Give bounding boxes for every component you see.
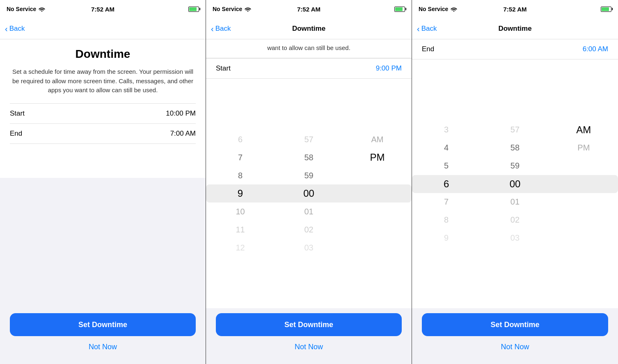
start-value-1: 10:00 PM <box>166 109 196 118</box>
battery-icon-2 <box>394 7 405 12</box>
status-time-1: 7:52 AM <box>91 6 114 13</box>
wifi-icon-2 <box>245 7 251 11</box>
bottom-area-3: Set Downtime Not Now <box>412 308 618 364</box>
min-57-3[interactable]: 57 <box>481 121 549 139</box>
panel1-main: Downtime Set a schedule for time away fr… <box>0 39 206 178</box>
set-downtime-button-3[interactable]: Set Downtime <box>422 313 608 336</box>
no-service-label-3: No Service <box>419 6 448 12</box>
min-59[interactable]: 59 <box>275 166 343 184</box>
content-area-1: Downtime Set a schedule for time away fr… <box>0 39 206 308</box>
divider-1c <box>10 143 196 144</box>
min-59-3[interactable]: 59 <box>481 157 549 175</box>
ampm-pm-3[interactable]: PM <box>549 139 618 157</box>
min-57[interactable]: 57 <box>275 130 343 148</box>
hour-7-3[interactable]: 7 <box>412 193 481 211</box>
time-picker-2[interactable]: 6 7 8 9 10 11 12 57 58 59 00 01 02 <box>206 79 412 308</box>
chevron-left-icon-2: ‹ <box>211 25 214 33</box>
panel-2: No Service 7:52 AM ‹ Back Downtime want … <box>206 0 412 364</box>
downtime-heading-1: Downtime <box>10 48 196 61</box>
chevron-left-icon-3: ‹ <box>417 25 420 33</box>
min-01-3[interactable]: 01 <box>481 193 549 211</box>
picker-wheel-2: 6 7 8 9 10 11 12 57 58 59 00 01 02 <box>206 130 412 257</box>
back-button-2[interactable]: ‹ Back <box>211 25 231 33</box>
nav-title-3: Downtime <box>498 25 531 33</box>
minutes-column-2[interactable]: 57 58 59 00 01 02 03 <box>275 130 343 257</box>
hour-5[interactable]: 5 <box>412 157 481 175</box>
back-label-2[interactable]: Back <box>215 25 231 33</box>
ampm-am-selected-3[interactable]: AM <box>549 121 618 139</box>
min-03[interactable]: 03 <box>275 239 343 257</box>
status-bar-2: No Service 7:52 AM <box>206 0 412 18</box>
back-button-1[interactable]: ‹ Back <box>5 25 25 33</box>
panel2-main: want to allow can still be used. Start 9… <box>206 39 412 308</box>
set-downtime-button-1[interactable]: Set Downtime <box>10 313 196 336</box>
panel3-main: End 6:00 AM 3 4 5 6 7 8 9 <box>412 39 618 308</box>
hour-8-3[interactable]: 8 <box>412 211 481 229</box>
wifi-icon-1 <box>39 7 45 11</box>
hour-12[interactable]: 12 <box>206 239 275 257</box>
ampm-am-2[interactable]: AM <box>343 130 412 148</box>
battery-icon-1 <box>188 7 199 12</box>
minutes-column-3[interactable]: 57 58 59 00 01 02 03 <box>481 121 549 247</box>
ampm-column-3[interactable]: AM PM <box>549 121 618 247</box>
min-58[interactable]: 58 <box>275 148 343 166</box>
nav-title-2: Downtime <box>292 25 325 33</box>
hour-9-3[interactable]: 9 <box>412 229 481 247</box>
picker-wheel-3: 3 4 5 6 7 8 9 57 58 59 00 01 02 <box>412 121 618 247</box>
end-row-3[interactable]: End 6:00 AM <box>412 39 618 59</box>
min-00-selected[interactable]: 00 <box>275 184 343 202</box>
back-button-3[interactable]: ‹ Back <box>417 25 437 33</box>
nav-bar-1: ‹ Back <box>0 18 206 39</box>
hour-10[interactable]: 10 <box>206 202 275 221</box>
fade-top-2 <box>206 79 412 103</box>
fade-bottom-3 <box>412 284 618 308</box>
bottom-area-1: Set Downtime Not Now <box>0 308 206 364</box>
hour-6[interactable]: 6 <box>206 130 275 148</box>
fade-bottom-2 <box>206 284 412 308</box>
status-right-1 <box>188 7 199 12</box>
start-value-2: 9:00 PM <box>376 64 402 73</box>
back-label-1[interactable]: Back <box>9 25 25 33</box>
panel-3: No Service 7:52 AM ‹ Back Downtime End 6… <box>412 0 618 364</box>
end-row-1[interactable]: End 7:00 AM <box>10 124 196 143</box>
end-value-1: 7:00 AM <box>170 130 196 138</box>
hour-6-selected[interactable]: 6 <box>412 175 481 193</box>
content-area-2: want to allow can still be used. Start 9… <box>206 39 412 308</box>
hour-4[interactable]: 4 <box>412 139 481 157</box>
not-now-button-3[interactable]: Not Now <box>422 338 608 356</box>
hour-11[interactable]: 11 <box>206 221 275 239</box>
hour-9-selected[interactable]: 9 <box>206 184 275 202</box>
ampm-column-2[interactable]: AM PM <box>343 130 412 257</box>
chevron-left-icon-1: ‹ <box>5 25 8 33</box>
status-time-3: 7:52 AM <box>504 6 527 13</box>
end-label-1: End <box>10 130 22 138</box>
content-area-3: End 6:00 AM 3 4 5 6 7 8 9 <box>412 39 618 308</box>
fade-top-3 <box>412 59 618 84</box>
start-row-1[interactable]: Start 10:00 PM <box>10 104 196 123</box>
set-downtime-button-2[interactable]: Set Downtime <box>216 313 402 336</box>
ampm-pm-selected-2[interactable]: PM <box>343 148 412 166</box>
hour-8[interactable]: 8 <box>206 166 275 184</box>
battery-icon-3 <box>601 7 611 12</box>
status-bar-3: No Service 7:52 AM <box>412 0 618 18</box>
hours-column-2[interactable]: 6 7 8 9 10 11 12 <box>206 130 275 257</box>
min-58-3[interactable]: 58 <box>481 139 549 157</box>
hour-7[interactable]: 7 <box>206 148 275 166</box>
end-value-3: 6:00 AM <box>583 45 608 53</box>
status-left-2: No Service <box>213 6 251 12</box>
time-picker-3[interactable]: 3 4 5 6 7 8 9 57 58 59 00 01 02 <box>412 59 618 308</box>
min-02[interactable]: 02 <box>275 221 343 239</box>
start-label-2: Start <box>216 64 231 73</box>
hours-column-3[interactable]: 3 4 5 6 7 8 9 <box>412 121 481 247</box>
min-02-3[interactable]: 02 <box>481 211 549 229</box>
not-now-button-2[interactable]: Not Now <box>216 338 402 356</box>
hour-3[interactable]: 3 <box>412 121 481 139</box>
status-right-3 <box>601 7 611 12</box>
start-row-2[interactable]: Start 9:00 PM <box>206 58 412 79</box>
min-03-3[interactable]: 03 <box>481 229 549 247</box>
back-label-3[interactable]: Back <box>421 25 437 33</box>
min-00-3-selected[interactable]: 00 <box>481 175 549 193</box>
no-service-label-1: No Service <box>7 6 36 12</box>
not-now-button-1[interactable]: Not Now <box>10 338 196 356</box>
min-01[interactable]: 01 <box>275 202 343 221</box>
